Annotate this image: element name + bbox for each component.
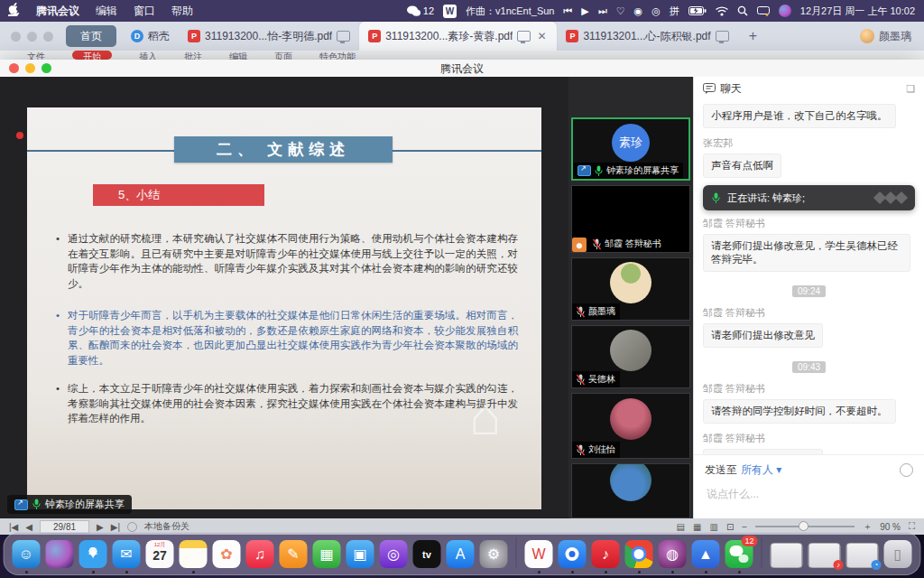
dock-wps-office-icon[interactable]: W: [525, 540, 553, 568]
wifi-icon[interactable]: [716, 6, 728, 16]
chat-input[interactable]: [705, 487, 917, 501]
dock-rar-archiver-icon[interactable]: ◍: [659, 540, 687, 568]
tencent-meeting-window: 腾讯会议 录制中 二、 文献综述 5、小结 •通过文献的研究梳理，本研究确认了社…: [0, 60, 924, 518]
dock-mail-icon[interactable]: ✉: [113, 540, 141, 568]
dock-tencent-docs-icon[interactable]: ▲: [692, 540, 720, 568]
menu-edit[interactable]: 编辑: [88, 4, 125, 19]
tab-pdf-3[interactable]: P311913200...素珍-黄蓉.pdf✕: [359, 22, 557, 51]
dock-divider: [516, 537, 517, 568]
next-page-icon[interactable]: ▶: [97, 522, 104, 532]
chat-message-list[interactable]: 小程序用户是谁，改下自己的名字哦。张宏邦声音有点低啊正在讲话: 钟素珍;邹霞 答…: [694, 100, 924, 454]
send-to-selector[interactable]: 所有人 ▾: [741, 462, 781, 478]
tab-docer[interactable]: D稻壳: [122, 22, 179, 51]
spotlight-search-icon[interactable]: [737, 5, 748, 16]
apple-menu-icon[interactable]: [0, 3, 28, 19]
fullscreen-toggle-icon[interactable]: ⛶: [909, 521, 915, 532]
dock-finder-icon[interactable]: ☺: [13, 540, 41, 568]
menu-app-name[interactable]: 腾讯会议: [28, 4, 88, 19]
dock-chrome-icon[interactable]: [625, 540, 653, 568]
dock-music-icon[interactable]: ♫: [246, 540, 274, 568]
zoom-window-icon[interactable]: [43, 32, 53, 42]
siri-icon[interactable]: [779, 5, 791, 17]
presentation-monitor-icon[interactable]: [337, 31, 350, 42]
media-prev-icon[interactable]: ⏮: [563, 5, 572, 17]
dock-minimized-window-2[interactable]: ♪: [808, 543, 841, 568]
view-mode-icon-3[interactable]: ▥: [710, 522, 718, 532]
tab-close-icon[interactable]: ✕: [535, 30, 548, 42]
dock-pages-icon[interactable]: ✎: [280, 540, 308, 568]
participant-strip: 素珍钟素珍的屏幕共享☻邹霞 答辩秘书颜墨璃吴德林刘佳怡: [568, 77, 693, 518]
dock-photos-icon[interactable]: ✿: [213, 540, 241, 568]
zoom-out-icon[interactable]: −: [742, 522, 747, 532]
participant-tile[interactable]: 吴德林: [571, 325, 690, 388]
tab-home[interactable]: 首页: [66, 25, 116, 47]
dock-app-store-icon[interactable]: A: [447, 540, 475, 568]
dock-apple-tv-icon[interactable]: tv: [413, 540, 441, 568]
view-mode-icon-1[interactable]: ▤: [677, 522, 685, 532]
toolbar-item-2[interactable]: 插入: [139, 51, 157, 60]
meeting-titlebar[interactable]: 腾讯会议: [0, 60, 924, 78]
wechat-menubar-icon[interactable]: 12: [407, 5, 434, 17]
dock-wechat-icon[interactable]: 12: [725, 540, 753, 568]
play-circle-icon[interactable]: ◎: [651, 5, 661, 17]
dock-siri-icon[interactable]: [46, 540, 74, 568]
dock-netease-music-icon[interactable]: ♪: [592, 540, 620, 568]
mic-muted-icon: [577, 444, 585, 456]
dock-minimized-window-1[interactable]: [771, 543, 803, 568]
toolbar-item-6[interactable]: 特色功能: [319, 51, 356, 60]
zoom-slider-knob[interactable]: [799, 521, 808, 531]
input-method-icon[interactable]: 拼: [670, 5, 679, 18]
dock-tencent-meeting-icon[interactable]: [559, 540, 587, 568]
new-tab-button[interactable]: +: [738, 28, 768, 44]
participant-tile[interactable]: 素珍钟素珍的屏幕共享: [571, 117, 690, 181]
heart-icon[interactable]: ♡: [616, 5, 625, 17]
toolbar-item-3[interactable]: 批注: [184, 51, 202, 60]
media-play-icon[interactable]: ▶: [581, 5, 588, 17]
dock-system-preferences-icon[interactable]: ⚙: [480, 540, 508, 568]
dock-podcasts-icon[interactable]: ◎: [380, 540, 408, 568]
wps-menubar-icon[interactable]: W: [443, 5, 457, 18]
dock-numbers-icon[interactable]: ▦: [313, 540, 341, 568]
participant-tile[interactable]: ☻邹霞 答辩秘书: [571, 185, 690, 253]
view-mode-icon-2[interactable]: ▦: [693, 522, 701, 532]
presentation-monitor-icon[interactable]: [517, 31, 531, 42]
tab-pdf-4[interactable]: P311913201...心-陈积银.pdf: [557, 22, 737, 51]
participant-tile[interactable]: 颜墨璃: [571, 257, 690, 321]
toolbar-item-4[interactable]: 编辑: [229, 51, 247, 60]
media-next-icon[interactable]: ⏭: [598, 5, 607, 17]
popout-icon[interactable]: ❏: [906, 83, 915, 95]
toolbar-item-5[interactable]: 页面: [274, 51, 292, 60]
prev-page-icon[interactable]: ◀: [25, 522, 32, 532]
dock-notes-icon[interactable]: [180, 540, 208, 568]
dock-calendar-icon[interactable]: 12月27: [146, 540, 174, 568]
battery-icon[interactable]: [688, 6, 707, 15]
participant-tile[interactable]: [571, 463, 690, 518]
first-page-icon[interactable]: |◀: [9, 522, 18, 532]
zoom-level[interactable]: 90 %: [880, 522, 901, 532]
toolbar-item-1[interactable]: 开始: [72, 51, 112, 60]
tab-pdf-2[interactable]: P311913200...怡-李明德.pdf: [179, 22, 359, 51]
last-page-icon[interactable]: ▶|: [111, 522, 120, 532]
record-icon[interactable]: ◉: [634, 5, 643, 17]
zoom-in-icon[interactable]: ＋: [863, 520, 872, 533]
dock-safari-icon[interactable]: ✦: [79, 540, 107, 568]
participant-tile[interactable]: 刘佳怡: [571, 393, 690, 459]
menu-window[interactable]: 窗口: [125, 4, 163, 19]
close-window-icon[interactable]: [11, 32, 21, 42]
zoom-slider[interactable]: [755, 526, 855, 527]
menubar-datetime[interactable]: 12月27日 周一 上午 10:02: [800, 5, 915, 18]
menu-help[interactable]: 帮助: [163, 4, 201, 19]
dock-minimized-window-3[interactable]: ◔: [846, 543, 879, 568]
slide-title: 二、 文献综述: [174, 136, 393, 163]
backup-status-label[interactable]: 本地备份关: [144, 520, 189, 533]
minimize-window-icon[interactable]: [27, 32, 37, 42]
display-icon[interactable]: [757, 6, 770, 16]
toolbar-item-0[interactable]: 文件: [27, 51, 45, 60]
dock-keynote-icon[interactable]: ▣: [346, 540, 374, 568]
fit-page-icon[interactable]: ⊡: [726, 522, 734, 532]
dock-trash-icon[interactable]: ▯: [884, 540, 912, 568]
presentation-monitor-icon[interactable]: [716, 31, 729, 42]
emoji-icon[interactable]: [900, 463, 913, 477]
account-area[interactable]: 颜墨璃: [860, 29, 924, 44]
browser-traffic-lights[interactable]: [0, 32, 64, 42]
